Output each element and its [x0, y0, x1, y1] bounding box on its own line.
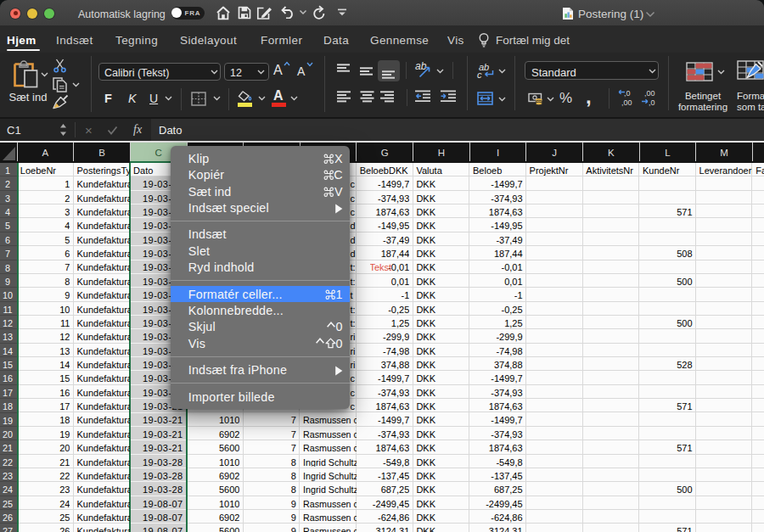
- svg-text:,00: ,00: [644, 89, 655, 98]
- svg-text:,0: ,0: [649, 98, 655, 107]
- svg-text:,00: ,00: [621, 98, 632, 107]
- svg-text:,0: ,0: [624, 89, 631, 98]
